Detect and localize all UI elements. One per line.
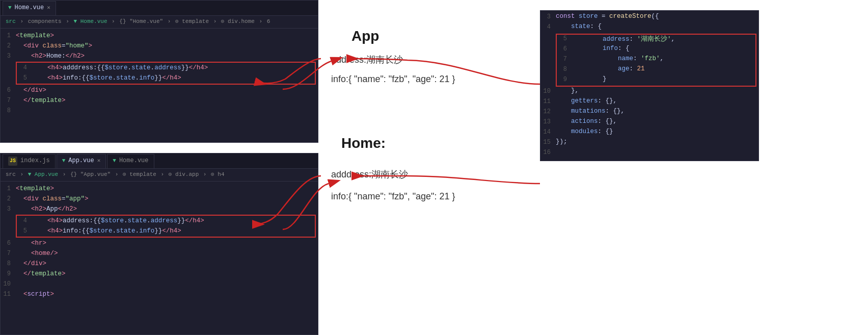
store-line-12: 12 mutations: {},	[540, 108, 758, 118]
annotation-area: App address:湖南长沙 info:{ "name": "fzb", "…	[321, 0, 535, 335]
store-line-10: 10 },	[540, 87, 758, 97]
store-line-15: 15 });	[540, 138, 758, 148]
app-line-11: 11 <script>	[1, 289, 318, 299]
code-line-7: 7 </template>	[1, 95, 318, 106]
app-annotation-title: App	[351, 28, 379, 44]
js-icon: JS	[8, 157, 17, 166]
home-annotation-info: info:{ "name": "fzb", "age": 21 }	[331, 191, 455, 202]
store-line-14: 14 modules: {}	[540, 128, 758, 138]
app-vue-code: 1 <template> 2 <div class="app"> 3 <h2>A…	[1, 182, 318, 302]
app-line-8: 8 </div>	[1, 259, 318, 269]
app-vue-panel: JS index.js ▼ App.vue ✕ ▼ Home.vue src ›…	[0, 153, 318, 335]
app-vue-tab-label: App.vue	[68, 156, 94, 166]
app-line-5: 5 <h4>info:{{$store.state.info}}</h4>	[17, 226, 315, 236]
index-js-tab-label: index.js	[20, 156, 50, 166]
app-annotation-info: info:{ "name": "fzb", "age": 21 }	[331, 74, 455, 85]
home-vue-code: 1 <template> 2 <div class="home"> 3 <h2>…	[1, 29, 318, 118]
code-line-1: 1 <template>	[1, 31, 318, 41]
app-line-10: 10	[1, 279, 318, 289]
code-line-5: 5 <h4>info:{{$store.state.info}}</h4>	[17, 73, 315, 83]
close-icon[interactable]: ✕	[47, 4, 50, 13]
app-line-9: 9 </template>	[1, 269, 318, 279]
vue-icon-home2: ▼	[113, 157, 116, 166]
code-line-4: 4 <h4>adddress:{{$store.state.address}}<…	[17, 63, 315, 73]
store-line-6: 6 info: {	[557, 45, 755, 55]
home-vue-tab2[interactable]: ▼ Home.vue	[107, 154, 154, 168]
store-line-16: 16	[540, 148, 758, 159]
store-line-11: 11 getters: {},	[540, 97, 758, 108]
store-line-7: 7 name: 'fzb',	[557, 55, 755, 65]
store-line-4: 4 state: {	[540, 23, 758, 33]
app-annotation-address: address:湖南长沙	[331, 54, 403, 66]
close-icon-app[interactable]: ✕	[97, 157, 101, 166]
home-vue-panel: ▼ Home.vue ✕ src › components › ▼ Home.v…	[0, 0, 318, 143]
index-js-tab[interactable]: JS index.js	[3, 154, 56, 168]
home-vue-tab2-label: Home.vue	[119, 156, 149, 166]
code-line-3: 3 <h2>Home:</h2>	[1, 51, 318, 61]
app-line-3: 3 <h2>App</h2>	[1, 204, 318, 214]
home-vue-breadcrumb: src › components › ▼ Home.vue › {} "Home…	[1, 16, 318, 29]
home-annotation-title: Home:	[341, 135, 386, 151]
store-line-5: 5 address: '湖南长沙',	[557, 35, 755, 45]
store-code: 3 const store = createStore({ 4 state: {…	[540, 11, 758, 161]
home-vue-tab-label: Home.vue	[15, 3, 44, 13]
store-line-3: 3 const store = createStore({	[540, 13, 758, 23]
vue-icon-app: ▼	[62, 157, 66, 166]
app-line-7: 7 <home/>	[1, 248, 318, 259]
store-line-13: 13 actions: {},	[540, 118, 758, 128]
vue-icon: ▼	[8, 4, 12, 13]
home-annotation-address: adddress:湖南长沙	[331, 168, 408, 181]
app-vue-breadcrumb: src › ▼ App.vue › {} "App.vue" › ⊙ templ…	[1, 169, 318, 182]
app-vue-tab[interactable]: ▼ App.vue ✕	[57, 154, 106, 168]
code-line-8: 8	[1, 106, 318, 116]
code-line-2: 2 <div class="home">	[1, 41, 318, 51]
app-line-6: 6 <hr>	[1, 238, 318, 248]
home-vue-tab-bar: ▼ Home.vue ✕	[1, 1, 318, 16]
app-line-2: 2 <div class="app">	[1, 194, 318, 204]
app-vue-tab-bar: JS index.js ▼ App.vue ✕ ▼ Home.vue	[1, 153, 318, 169]
store-line-8: 8 age: 21	[557, 65, 755, 75]
home-vue-tab[interactable]: ▼ Home.vue ✕	[3, 1, 56, 15]
store-line-9: 9 }	[557, 75, 755, 86]
app-line-4: 4 <h4>address:{{$store.state.address}}</…	[17, 216, 315, 226]
store-panel: 3 const store = createStore({ 4 state: {…	[540, 10, 759, 161]
code-line-6: 6 </div>	[1, 85, 318, 95]
app-line-1: 1 <template>	[1, 184, 318, 194]
